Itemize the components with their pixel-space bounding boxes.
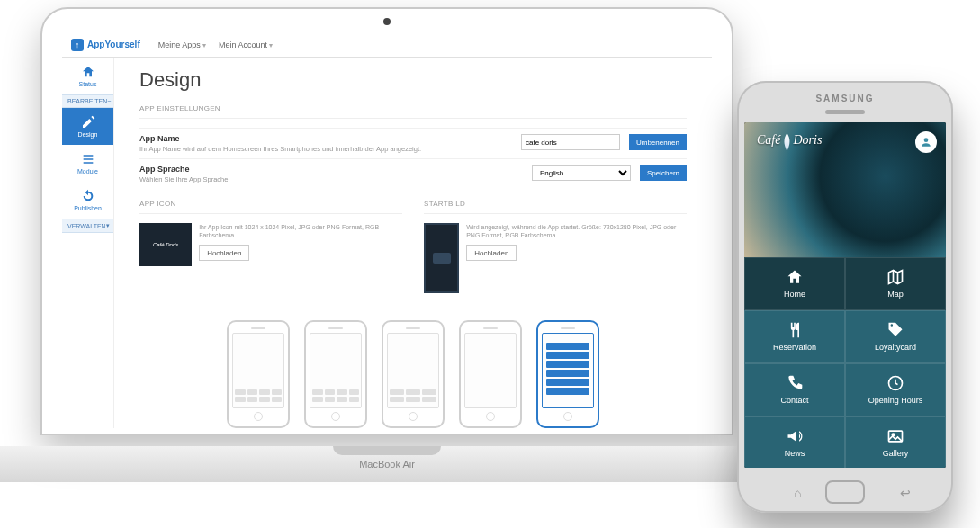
app-lang-select[interactable]: English — [532, 165, 631, 181]
back-icon[interactable]: ↩ — [900, 486, 911, 500]
app-name-input[interactable] — [521, 134, 620, 150]
layout-option-1[interactable] — [227, 320, 290, 428]
divider — [424, 213, 687, 214]
tile-label: Contact — [780, 396, 808, 405]
menu-mein-account[interactable]: Mein Account — [219, 40, 273, 49]
startbild-col: STARTBILD Wird angezeigt, während die Ap… — [424, 192, 687, 293]
layout-option-5[interactable] — [536, 320, 599, 428]
layout-option-4[interactable] — [459, 320, 522, 428]
megaphone-icon — [786, 427, 804, 445]
camera-dot — [383, 18, 391, 25]
phone-screen: CaféDoris Home Map Reservation Loyaltyca… — [744, 122, 946, 468]
app-icon-col: APP ICON Café Doris Ihr App Icon mit 102… — [139, 192, 402, 293]
startbild-row: Wird angezeigt, während die App startet.… — [424, 223, 687, 293]
layout-templates — [139, 309, 687, 428]
layout-option-2[interactable] — [304, 320, 367, 428]
brand-logo-icon: ↑ — [71, 39, 84, 51]
brand[interactable]: ↑ AppYourself — [71, 39, 140, 51]
flame-icon — [781, 133, 792, 151]
phone-nav: ⌂ ↩ — [744, 486, 960, 500]
home-icon — [81, 65, 95, 79]
help-text: Ihr App Name wird auf dem Homescreen Ihr… — [139, 145, 512, 153]
person-icon — [920, 136, 932, 148]
app-tiles: Home Map Reservation Loyaltycard Contact… — [744, 257, 946, 468]
sidebar-item-publishen[interactable]: Publishen — [62, 182, 113, 219]
tile-news[interactable]: News — [744, 416, 845, 468]
menu-meine-apps[interactable]: Meine Apps — [158, 40, 206, 49]
save-lang-button[interactable]: Speichern — [640, 165, 687, 181]
app-hero: CaféDoris — [744, 122, 946, 257]
app-icon-preview: Café Doris — [139, 223, 192, 266]
app-icon-text: Café Doris — [153, 242, 178, 247]
tile-hours[interactable]: Opening Hours — [845, 363, 946, 416]
help-text: Wählen Sie Ihre App Sprache. — [139, 175, 523, 183]
chevron-down-icon: ▾ — [106, 222, 110, 229]
divider — [139, 118, 687, 119]
section-startbild: STARTBILD — [424, 200, 687, 208]
phone-mockup: SAMSUNG CaféDoris Home Map Reservation — [737, 81, 953, 513]
tile-label: News — [785, 449, 805, 458]
tile-label: Opening Hours — [868, 396, 923, 405]
macbook-screen: ↑ AppYourself Meine Apps Mein Account St… — [40, 7, 733, 435]
section-app-settings: APP EINSTELLUNGEN — [139, 104, 687, 112]
label-text: App Name — [139, 134, 512, 143]
sidebar-section-label-2: VERWALTEN — [67, 223, 106, 229]
map-icon — [886, 268, 904, 286]
profile-button[interactable] — [915, 131, 937, 153]
sidebar-item-module[interactable]: Module — [62, 145, 113, 182]
tile-gallery[interactable]: Gallery — [845, 416, 946, 468]
startbild-preview — [424, 223, 459, 293]
sidebar-section-verwalten[interactable]: VERWALTEN ▾ — [62, 219, 113, 233]
minus-icon: − — [107, 98, 111, 104]
phone-icon — [786, 374, 804, 392]
app-hero-logo: CaféDoris — [757, 133, 822, 149]
tile-loyalty[interactable]: Loyaltycard — [845, 310, 946, 363]
tile-label: Reservation — [773, 343, 816, 352]
utensils-icon — [786, 321, 804, 339]
brand-name: AppYourself — [87, 40, 140, 49]
sidebar-section-label: BEARBEITEN — [67, 98, 107, 104]
tile-label: Loyaltycard — [875, 343, 916, 352]
sidebar-label-module: Module — [77, 168, 98, 175]
upload-icon-button[interactable]: Hochladen — [199, 245, 249, 261]
main-content: Design APP EINSTELLUNGEN App Name Ihr Ap… — [114, 58, 712, 428]
refresh-icon — [81, 189, 95, 203]
divider — [139, 213, 402, 214]
setting-app-name: App Name Ihr App Name wird auf dem Homes… — [139, 128, 687, 158]
app-body: Status BEARBEITEN − Design Module — [62, 58, 712, 428]
tile-map[interactable]: Map — [845, 257, 946, 310]
setting-label-app-name: App Name Ihr App Name wird auf dem Homes… — [139, 134, 512, 153]
home-icon — [786, 268, 804, 286]
top-menu: Meine Apps Mein Account — [158, 40, 274, 49]
macbook-base: MacBook Air — [0, 446, 801, 482]
macbook-mockup: ↑ AppYourself Meine Apps Mein Account St… — [36, 7, 738, 466]
tile-reservation[interactable]: Reservation — [744, 310, 845, 363]
top-bar: ↑ AppYourself Meine Apps Mein Account — [62, 32, 712, 58]
upload-startbild-button[interactable]: Hochladen — [466, 245, 517, 261]
macbook-notch — [333, 446, 441, 455]
setting-label-app-lang: App Sprache Wählen Sie Ihre App Sprache. — [139, 165, 523, 183]
clock-icon — [886, 374, 904, 392]
tile-home[interactable]: Home — [744, 257, 845, 310]
rename-button[interactable]: Umbenennen — [629, 134, 687, 150]
recent-apps-icon[interactable]: ⌂ — [794, 486, 801, 500]
icon-startbild-row: APP ICON Café Doris Ihr App Icon mit 102… — [139, 192, 687, 293]
image-icon — [886, 427, 904, 445]
tile-label: Map — [887, 290, 904, 299]
tile-label: Home — [784, 290, 805, 299]
layout-option-3[interactable] — [382, 320, 445, 428]
sidebar: Status BEARBEITEN − Design Module — [62, 58, 114, 428]
sidebar-item-status[interactable]: Status — [62, 58, 113, 94]
sidebar-label-status: Status — [79, 81, 97, 87]
app-icon-desc: Ihr App Icon mit 1024 x 1024 Pixel, JPG … — [199, 223, 402, 239]
sidebar-label-design: Design — [78, 131, 98, 138]
section-app-icon: APP ICON — [139, 200, 402, 208]
phone-speaker — [825, 110, 865, 114]
page-title: Design — [139, 68, 687, 92]
macbook-label: MacBook Air — [359, 459, 415, 470]
sidebar-section-bearbeiten[interactable]: BEARBEITEN − — [62, 94, 113, 108]
tile-contact[interactable]: Contact — [744, 363, 845, 416]
sidebar-item-design[interactable]: Design — [62, 108, 113, 145]
list-icon — [81, 152, 95, 166]
app-viewport: ↑ AppYourself Meine Apps Mein Account St… — [62, 32, 712, 428]
